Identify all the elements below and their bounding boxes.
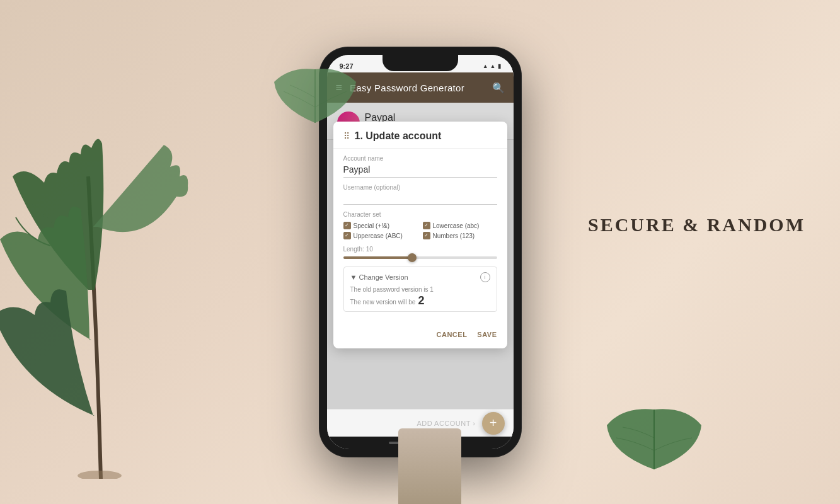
slider-fill bbox=[343, 256, 413, 259]
screen-content: Paypal Username • ⠿ 1. Update account bbox=[327, 103, 514, 409]
change-version-section: ▼ Change Version i The old password vers… bbox=[343, 266, 497, 312]
pedestal bbox=[398, 428, 461, 504]
account-name-field: Account name Paypal bbox=[343, 155, 497, 178]
search-icon[interactable]: 🔍 bbox=[492, 82, 505, 94]
account-name-label: Account name bbox=[343, 155, 497, 162]
checkbox-numbers-box[interactable] bbox=[423, 232, 430, 239]
dialog-overlay: ⠿ 1. Update account Account name Paypal bbox=[327, 103, 514, 409]
dialog: ⠿ 1. Update account Account name Paypal bbox=[333, 122, 507, 348]
change-version-title[interactable]: ▼ Change Version bbox=[350, 273, 408, 281]
slider-thumb[interactable] bbox=[408, 253, 417, 262]
new-version-number: 2 bbox=[418, 295, 424, 306]
status-icons: ▲ ▲ ▮ bbox=[483, 63, 501, 69]
checkbox-lowercase[interactable]: Lowercase (abc) bbox=[423, 222, 497, 229]
dialog-header-icon: ⠿ bbox=[343, 131, 350, 141]
checkbox-numbers[interactable]: Numbers (123) bbox=[423, 232, 497, 239]
dialog-body: Account name Paypal Username (optional) … bbox=[333, 149, 507, 323]
old-version-text: The old password version is 1 bbox=[350, 286, 490, 293]
svg-point-0 bbox=[78, 471, 122, 479]
checkbox-uppercase-label: Uppercase (ABC) bbox=[354, 232, 403, 239]
plant-left bbox=[0, 50, 227, 479]
length-field: Length: 10 bbox=[343, 246, 497, 259]
dialog-footer: CANCEL SAVE bbox=[333, 323, 507, 348]
wifi-icon: ▲ bbox=[490, 63, 496, 69]
slider-track[interactable] bbox=[343, 256, 497, 259]
tagline: SECURE & RANDOM bbox=[588, 214, 805, 236]
info-icon[interactable]: i bbox=[480, 272, 490, 282]
username-label: Username (optional) bbox=[343, 184, 497, 191]
checkbox-special[interactable]: Special (+!&) bbox=[343, 222, 418, 229]
username-field: Username (optional) bbox=[343, 184, 497, 205]
char-set-grid: Special (+!&) Lowercase (abc) Uppercase … bbox=[343, 222, 497, 239]
cancel-button[interactable]: CANCEL bbox=[437, 328, 468, 341]
checkbox-special-label: Special (+!&) bbox=[354, 222, 390, 229]
username-value[interactable] bbox=[343, 193, 497, 205]
length-label: Length: 10 bbox=[343, 246, 497, 253]
checkbox-uppercase-box[interactable] bbox=[343, 232, 351, 239]
toolbar-title: Easy Password Generator bbox=[350, 83, 484, 93]
battery-icon: ▮ bbox=[498, 63, 501, 69]
checkbox-lowercase-label: Lowercase (abc) bbox=[433, 222, 480, 229]
account-name-value[interactable]: Paypal bbox=[343, 164, 497, 178]
save-button[interactable]: SAVE bbox=[477, 328, 497, 341]
phone-notch bbox=[383, 55, 458, 71]
leaf-bottom-right bbox=[604, 403, 705, 472]
checkbox-numbers-label: Numbers (123) bbox=[433, 232, 475, 239]
change-version-header: ▼ Change Version i bbox=[350, 272, 490, 282]
checkbox-lowercase-box[interactable] bbox=[423, 222, 430, 229]
character-set-group: Character set Special (+!&) Lowercase (a… bbox=[343, 211, 497, 239]
fab-add-button[interactable]: + bbox=[482, 412, 505, 435]
char-set-label: Character set bbox=[343, 211, 497, 218]
add-account-label[interactable]: ADD ACCOUNT › bbox=[417, 420, 475, 427]
dialog-title: 1. Update account bbox=[355, 130, 442, 142]
new-version-row: The new version will be 2 bbox=[350, 295, 490, 306]
checkbox-uppercase[interactable]: Uppercase (ABC) bbox=[343, 232, 418, 239]
new-version-text: The new version will be bbox=[350, 299, 416, 306]
checkbox-special-box[interactable] bbox=[343, 222, 351, 229]
signal-icon: ▲ bbox=[483, 63, 488, 69]
leaf-top-center bbox=[271, 63, 359, 126]
